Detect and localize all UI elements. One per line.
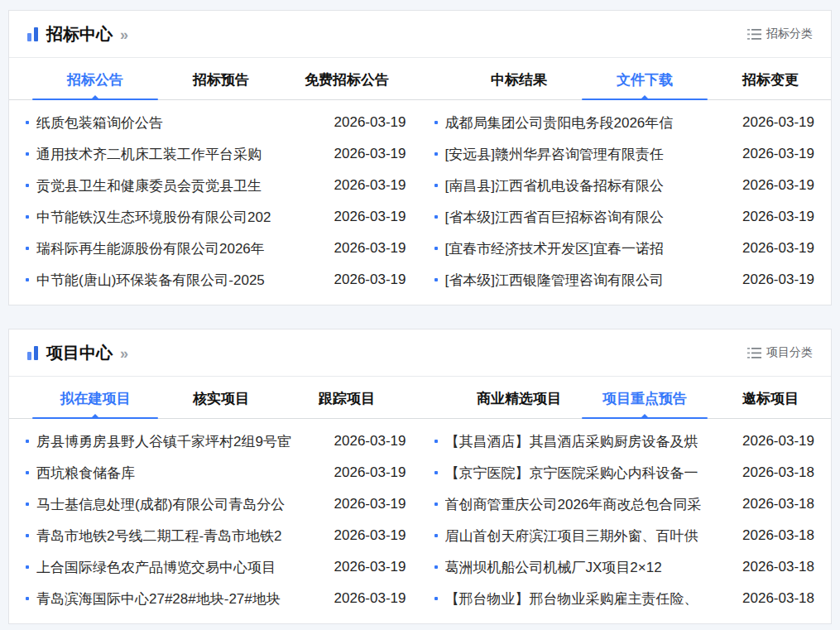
item-title: 房县博勇房县野人谷镇千家坪村2组9号宦 bbox=[36, 432, 323, 451]
project-category-link[interactable]: 项目分类 bbox=[747, 345, 813, 360]
item-date: 2026-03-19 bbox=[334, 177, 406, 194]
item-date: 2026-03-19 bbox=[742, 433, 814, 450]
list-item[interactable]: 【邢台物业】邢台物业采购雇主责任险、2026-03-18 bbox=[434, 583, 815, 614]
list-item[interactable]: 通用技术齐二机床工装工作平台采购2026-03-19 bbox=[26, 138, 406, 170]
more-arrow-icon: » bbox=[120, 27, 128, 42]
category-list-icon bbox=[747, 348, 761, 358]
item-date: 2026-03-19 bbox=[334, 240, 406, 257]
item-title: 葛洲坝机船公司机械厂JX项目2×12 bbox=[445, 558, 732, 577]
item-date: 2026-03-19 bbox=[742, 146, 814, 162]
item-title: [宜春市经济技术开发区]宜春一诺招 bbox=[445, 239, 732, 258]
item-date: 2026-03-18 bbox=[742, 464, 814, 481]
list-item[interactable]: [安远县]赣州华昇咨询管理有限责任2026-03-19 bbox=[434, 138, 815, 170]
list-item[interactable]: [省本级]江西省百巨招标咨询有限公2026-03-19 bbox=[434, 201, 815, 233]
tab-bid-preview[interactable]: 招标预告 bbox=[158, 63, 284, 99]
list-item[interactable]: 中节能铁汉生态环境股份有限公司2022026-03-19 bbox=[26, 201, 406, 233]
item-title: 首创商管重庆公司2026年商改总包合同采 bbox=[445, 495, 732, 514]
item-date: 2026-03-19 bbox=[334, 272, 406, 288]
list-item[interactable]: [南昌县]江西省机电设备招标有限公2026-03-19 bbox=[434, 170, 815, 201]
section-title-link[interactable]: 项目中心 » bbox=[27, 344, 128, 361]
tab-win-result[interactable]: 中标结果 bbox=[456, 63, 582, 99]
list-item[interactable]: 纸质包装箱询价公告2026-03-19 bbox=[26, 107, 406, 138]
item-date: 2026-03-19 bbox=[334, 114, 406, 131]
bar-chart-icon bbox=[27, 27, 39, 41]
list-item[interactable]: 上合国际绿色农产品博览交易中心项目2026-03-19 bbox=[26, 551, 406, 583]
item-date: 2026-03-19 bbox=[742, 209, 814, 225]
section-title-link[interactable]: 招标中心 » bbox=[27, 26, 128, 42]
item-date: 2026-03-19 bbox=[742, 272, 814, 288]
bullet-icon bbox=[434, 184, 438, 187]
list-item[interactable]: 【京宁医院】京宁医院采购心内科设备一2026-03-18 bbox=[434, 457, 815, 488]
bullet-icon bbox=[26, 534, 29, 537]
list-item[interactable]: 房县博勇房县野人谷镇千家坪村2组9号宦2026-03-19 bbox=[26, 426, 406, 457]
tab-group-right: 商业精选项目 项目重点预告 邀标项目 bbox=[433, 382, 832, 418]
bullet-icon bbox=[434, 152, 438, 156]
bid-list-column-left: 纸质包装箱询价公告2026-03-19 通用技术齐二机床工装工作平台采购2026… bbox=[26, 107, 406, 296]
list-item[interactable]: 首创商管重庆公司2026年商改总包合同采2026-03-18 bbox=[434, 488, 815, 520]
list-item[interactable]: 青岛市地铁2号线二期工程-青岛市地铁22026-03-19 bbox=[26, 520, 406, 551]
list-item[interactable]: 眉山首创天府滨江项目三期外窗、百叶供2026-03-18 bbox=[434, 520, 815, 551]
bar-chart-icon bbox=[27, 346, 39, 360]
tab-file-download[interactable]: 文件下载 bbox=[582, 63, 708, 99]
bullet-icon bbox=[434, 215, 438, 219]
tab-group-right: 中标结果 文件下载 招标变更 bbox=[433, 63, 832, 99]
item-title: 中节能(唐山)环保装备有限公司-2025 bbox=[36, 271, 323, 290]
tab-tracked-projects[interactable]: 跟踪项目 bbox=[284, 382, 410, 418]
item-title: 纸质包装箱询价公告 bbox=[36, 113, 323, 132]
item-date: 2026-03-19 bbox=[742, 240, 814, 257]
list-item[interactable]: [宜春市经济技术开发区]宜春一诺招2026-03-19 bbox=[434, 233, 815, 264]
tab-bid-change[interactable]: 招标变更 bbox=[708, 63, 832, 99]
list-item[interactable]: 瑞科际再生能源股份有限公司2026年2026-03-19 bbox=[26, 233, 406, 264]
bullet-icon bbox=[26, 503, 29, 506]
item-title: [省本级]江西银隆管理咨询有限公司 bbox=[445, 271, 732, 290]
list-item[interactable]: 葛洲坝机船公司机械厂JX项目2×122026-03-18 bbox=[434, 551, 815, 583]
list-item[interactable]: 【其昌酒店】其昌酒店采购厨房设备及烘2026-03-19 bbox=[434, 426, 815, 457]
tab-free-bid-announcement[interactable]: 免费招标公告 bbox=[284, 63, 410, 99]
item-title: 眉山首创天府滨江项目三期外窗、百叶供 bbox=[445, 527, 732, 546]
bullet-icon bbox=[26, 184, 29, 187]
list-item[interactable]: 马士基信息处理(成都)有限公司青岛分公2026-03-19 bbox=[26, 488, 406, 520]
more-arrow-icon: » bbox=[120, 346, 128, 361]
project-tab-bar: 拟在建项目 核实项目 跟踪项目 商业精选项目 项目重点预告 邀标项目 bbox=[9, 382, 831, 419]
item-date: 2026-03-19 bbox=[334, 209, 406, 225]
bullet-icon bbox=[434, 534, 438, 537]
list-item[interactable]: 中节能(唐山)环保装备有限公司-20252026-03-19 bbox=[26, 264, 406, 296]
item-title: 通用技术齐二机床工装工作平台采购 bbox=[36, 145, 323, 164]
item-title: 青岛市地铁2号线二期工程-青岛市地铁2 bbox=[36, 527, 323, 546]
bid-center-card: 招标中心 » 招标分类 招标公告 招标预告 免费招标公告 中标结果 文件下载 招… bbox=[8, 10, 832, 305]
bullet-icon bbox=[434, 597, 438, 600]
tab-bid-announcement[interactable]: 招标公告 bbox=[32, 63, 158, 99]
list-item[interactable]: 成都局集团公司贵阳电务段2026年信2026-03-19 bbox=[434, 107, 815, 138]
bullet-icon bbox=[26, 121, 29, 124]
bid-category-link[interactable]: 招标分类 bbox=[747, 26, 813, 41]
bullet-icon bbox=[26, 152, 29, 156]
tab-business-featured-projects[interactable]: 商业精选项目 bbox=[456, 382, 582, 418]
section-header: 项目中心 » 项目分类 bbox=[9, 329, 831, 377]
tab-proposed-projects[interactable]: 拟在建项目 bbox=[32, 382, 158, 418]
item-title: 【京宁医院】京宁医院采购心内科设备一 bbox=[445, 464, 732, 483]
section-title: 招标中心 bbox=[46, 26, 113, 42]
list-item[interactable]: 贡觉县卫生和健康委员会贡觉县卫生2026-03-19 bbox=[26, 170, 406, 201]
section-header: 招标中心 » 招标分类 bbox=[9, 11, 831, 58]
tab-verified-projects[interactable]: 核实项目 bbox=[158, 382, 284, 418]
item-date: 2026-03-19 bbox=[742, 114, 814, 131]
tab-invited-projects[interactable]: 邀标项目 bbox=[708, 382, 832, 418]
item-date: 2026-03-18 bbox=[742, 590, 814, 607]
item-title: 马士基信息处理(成都)有限公司青岛分公 bbox=[36, 495, 323, 514]
list-item[interactable]: 西坑粮食储备库2026-03-19 bbox=[26, 457, 406, 488]
project-lists: 房县博勇房县野人谷镇千家坪村2组9号宦2026-03-19 西坑粮食储备库202… bbox=[9, 419, 831, 614]
list-item[interactable]: 青岛滨海国际中心27#28#地块-27#地块2026-03-19 bbox=[26, 583, 406, 614]
bid-list-column-right: 成都局集团公司贵阳电务段2026年信2026-03-19 [安远县]赣州华昇咨询… bbox=[434, 107, 815, 296]
item-title: [安远县]赣州华昇咨询管理有限责任 bbox=[445, 145, 732, 164]
bullet-icon bbox=[26, 440, 29, 443]
bullet-icon bbox=[26, 215, 29, 219]
category-list-icon bbox=[747, 29, 761, 40]
bullet-icon bbox=[26, 565, 29, 569]
item-title: [省本级]江西省百巨招标咨询有限公 bbox=[445, 208, 732, 227]
item-date: 2026-03-19 bbox=[334, 433, 406, 450]
list-item[interactable]: [省本级]江西银隆管理咨询有限公司2026-03-19 bbox=[434, 264, 815, 296]
tab-key-project-preview[interactable]: 项目重点预告 bbox=[582, 382, 708, 418]
project-list-column-right: 【其昌酒店】其昌酒店采购厨房设备及烘2026-03-19 【京宁医院】京宁医院采… bbox=[434, 426, 815, 614]
category-label: 招标分类 bbox=[766, 26, 813, 41]
item-title: 中节能铁汉生态环境股份有限公司202 bbox=[36, 208, 323, 227]
